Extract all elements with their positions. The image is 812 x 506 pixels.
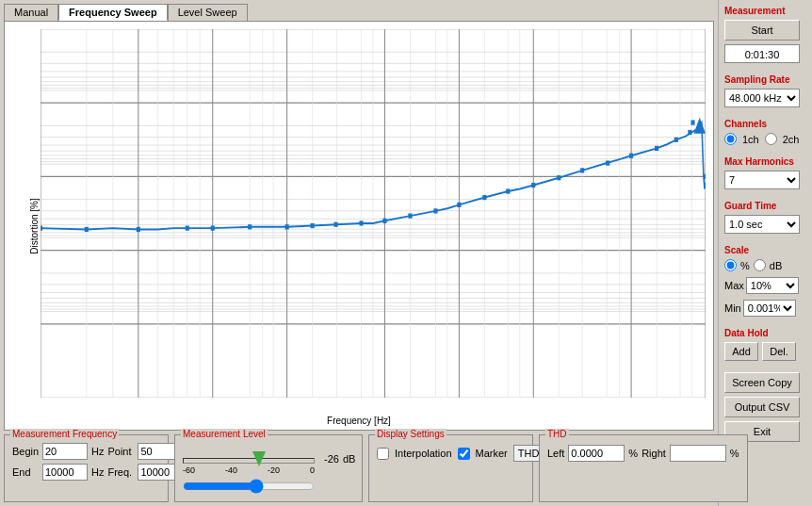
sampling-rate-select[interactable]: 48.000 kHz 44.100 kHz 96.000 kHz [724,89,800,107]
db-label: dB [343,453,355,465]
scale-db-radio[interactable] [754,259,766,271]
scale-label: Scale [724,245,806,255]
thd-right-label: Right [641,448,666,459]
thd-left-label: Left [547,448,564,459]
svg-rect-104 [531,183,535,188]
thd-label: THD [545,429,569,439]
svg-rect-105 [557,175,560,180]
max-scale-label: Max [724,280,744,291]
min-scale-label: Min [724,302,741,314]
x-axis-label: Frequency [Hz] [327,416,391,426]
slider-tick-neg60: -60 [183,465,195,475]
chart-svg: 10 1 0.1 0.01 0.001 20 50 100 200 500 1k… [41,29,706,398]
channel-2ch-radio[interactable] [765,133,777,145]
guard-time-select[interactable]: 1.0 sec 0.5 sec 2.0 sec [724,215,800,234]
max-harmonics-select[interactable]: 7 3 5 9 [724,171,800,189]
tab-freq-sweep[interactable]: Frequency Sweep [58,4,168,21]
tab-manual[interactable]: Manual [4,4,58,21]
svg-rect-95 [311,223,315,228]
display-settings-label: Display Settings [375,429,447,439]
svg-rect-106 [580,168,584,172]
min-scale-select[interactable]: 0.001% 0.01% 0.1% [743,300,796,317]
ch2-label: 2ch [783,134,800,145]
slider-tick-neg20: -20 [268,465,280,475]
y-axis-label: Distortion [%] [29,198,40,253]
ch1-label: 1ch [742,134,759,145]
meas-freq-label: Measurement Frequency [10,429,119,439]
end-label: End [12,466,39,478]
slider-tick-0: 0 [310,465,315,475]
output-csv-button[interactable]: Output CSV [724,397,800,417]
svg-rect-101 [457,203,461,207]
marker-label: Marker [476,448,508,459]
sampling-rate-label: Sampling Rate [724,74,806,85]
left-panel: Manual Frequency Sweep Level Sweep Disto… [0,0,718,506]
tab-bar: Manual Frequency Sweep Level Sweep [4,4,714,21]
max-scale-select[interactable]: 10% 100% 1% [746,277,799,294]
svg-rect-108 [629,154,633,158]
level-slider[interactable] [183,479,315,494]
svg-rect-94 [285,224,289,229]
start-button[interactable]: Start [724,20,800,41]
thd-percent1: % [628,448,638,459]
channel-1ch-radio[interactable] [724,133,737,145]
chart-area: Distortion [%] Frequency [Hz] [4,21,714,431]
measurement-level-group: Measurement Level -60 -40 -20 0 [174,434,363,502]
thd-left-input[interactable] [568,445,625,462]
svg-rect-98 [382,219,386,223]
meas-level-label: Measurement Level [181,429,268,439]
freq-label: Freq. [107,466,134,478]
svg-rect-107 [606,160,609,165]
interpolation-checkbox[interactable] [377,448,389,460]
svg-rect-91 [186,226,189,231]
del-button[interactable]: Del. [762,342,796,361]
svg-rect-93 [248,224,252,229]
thd-percent2: % [730,448,739,459]
max-harmonics-label: Max Harmonics [724,156,806,167]
scale-radio-group: % dB [724,259,806,271]
end-input[interactable] [42,464,88,481]
svg-rect-110 [674,138,678,142]
chart-inner: 10 1 0.1 0.01 0.001 20 50 100 200 500 1k… [41,29,706,398]
data-hold-label: Data Hold [724,328,806,338]
svg-rect-97 [359,220,363,225]
svg-rect-89 [85,227,89,232]
main-container: Manual Frequency Sweep Level Sweep Disto… [0,0,812,506]
measurement-frequency-group: Measurement Frequency Begin Hz Point End… [4,434,169,502]
svg-rect-111 [688,130,691,135]
svg-rect-114 [704,174,706,179]
slider-value: -26 [324,453,339,465]
thd-group: THD Left % Right % [539,434,748,502]
svg-rect-109 [655,146,658,151]
scale-percent-label: % [740,260,750,271]
data-hold-buttons: Add Del. [724,342,806,361]
scale-db-label: dB [770,260,782,271]
level-slider-thumb [252,451,266,466]
svg-rect-88 [41,226,42,231]
svg-rect-102 [482,195,486,200]
bottom-controls: Measurement Frequency Begin Hz Point End… [4,431,714,502]
display-settings-group: Display Settings Interpolation Marker TH… [368,434,533,502]
svg-rect-103 [506,188,510,193]
svg-rect-99 [408,214,412,219]
right-panel: Measurement Start 0:01:30 Sampling Rate … [718,0,812,506]
timer-display: 0:01:30 [724,44,800,63]
interpolation-label: Interpolation [395,448,452,459]
slider-tick-neg40: -40 [225,465,237,475]
screen-copy-button[interactable]: Screen Copy [724,372,800,393]
begin-label: Begin [12,446,39,457]
marker-checkbox[interactable] [458,448,470,460]
begin-input[interactable] [42,443,88,460]
measurement-section-label: Measurement [724,6,806,16]
channels-radio-group: 1ch 2ch [724,133,806,145]
channels-label: Channels [724,119,806,129]
hz2-label: Hz [91,466,104,478]
point-label: Point [107,446,134,457]
tab-level-sweep[interactable]: Level Sweep [168,4,248,21]
scale-percent-radio[interactable] [724,259,737,271]
svg-rect-113 [690,120,694,124]
thd-right-input[interactable] [670,445,726,462]
svg-rect-100 [433,208,437,213]
add-button[interactable]: Add [724,342,758,361]
svg-rect-96 [333,222,337,227]
